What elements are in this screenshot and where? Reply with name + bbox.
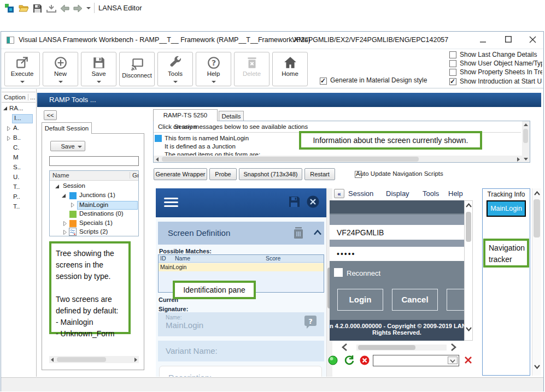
caption-item[interactable]: U. bbox=[13, 174, 20, 180]
tab-default-session[interactable]: Default Session bbox=[42, 122, 92, 134]
terminal-menu-tools[interactable]: Tools bbox=[423, 189, 439, 198]
tab-details[interactable]: Details bbox=[219, 111, 244, 121]
qat-dropdown-caret-icon[interactable] bbox=[86, 7, 91, 9]
caption-item[interactable]: C. bbox=[13, 144, 20, 151]
clear-icon[interactable] bbox=[464, 356, 472, 364]
junctions-expander-icon[interactable] bbox=[62, 194, 66, 198]
nav-right-icon[interactable] bbox=[450, 343, 457, 351]
message-line[interactable]: It is defined as a Junction bbox=[165, 143, 236, 150]
session-save-button[interactable]: Save bbox=[50, 141, 85, 151]
new-button[interactable]: New bbox=[43, 52, 78, 86]
probe-button[interactable]: Probe bbox=[209, 168, 237, 180]
caption-collapse-icon[interactable] bbox=[7, 126, 11, 131]
messages-vscrollbar[interactable] bbox=[522, 121, 530, 163]
tree-item-specials[interactable]: Specials (1) bbox=[79, 219, 113, 226]
match-row[interactable]: MainLogin bbox=[160, 264, 186, 270]
show-last-change-checkbox[interactable] bbox=[449, 51, 456, 58]
definition-trash-icon[interactable] bbox=[294, 227, 303, 239]
caption-item-root[interactable]: RA... bbox=[9, 105, 24, 111]
show-user-object-checkbox[interactable] bbox=[449, 60, 456, 67]
show-introduction-checkbox[interactable] bbox=[449, 78, 456, 85]
partial-button[interactable] bbox=[447, 289, 464, 311]
scripts-collapse-icon[interactable] bbox=[63, 230, 67, 235]
caption-item[interactable]: A. bbox=[13, 124, 19, 131]
tree-column-group[interactable]: Gr bbox=[130, 172, 139, 179]
caption-item[interactable]: T.. bbox=[13, 183, 20, 190]
restart-button[interactable]: Restart bbox=[304, 168, 335, 180]
snapshot-button[interactable]: Snapshot (713x348) bbox=[239, 168, 302, 180]
column-name[interactable]: Name bbox=[175, 255, 190, 262]
specials-collapse-icon[interactable] bbox=[63, 221, 67, 226]
session-hscrollbar[interactable] bbox=[49, 356, 139, 363]
execute-button[interactable]: Execute bbox=[4, 52, 40, 86]
tab-ramp-ts-session[interactable]: RAMP-TS 5250 Session bbox=[153, 109, 218, 121]
login-button[interactable]: Login bbox=[337, 289, 383, 311]
cancel-button[interactable]: Cancel bbox=[392, 289, 438, 311]
save-button[interactable]: Save bbox=[81, 52, 116, 86]
main-vscrollbar[interactable] bbox=[532, 188, 541, 376]
import-icon[interactable] bbox=[46, 5, 56, 13]
home-button[interactable]: Home bbox=[272, 52, 308, 86]
material-design-checkbox[interactable] bbox=[320, 78, 327, 85]
terminal-menu-help[interactable]: Help bbox=[448, 189, 463, 198]
terminal-menu-session[interactable]: Session bbox=[348, 189, 373, 198]
column-id[interactable]: ID bbox=[160, 255, 166, 262]
tools-button[interactable]: Tools bbox=[157, 52, 193, 86]
caption-collapse-icon[interactable] bbox=[7, 136, 11, 141]
messages-hscrollbar[interactable] bbox=[154, 156, 522, 163]
caption-item[interactable]: S.. bbox=[13, 164, 21, 170]
terminal-collapse-button[interactable]: « bbox=[334, 189, 344, 198]
terminal-password-field[interactable]: ••••• bbox=[330, 247, 464, 261]
mainlogin-collapse-icon[interactable] bbox=[71, 203, 75, 207]
menu-icon[interactable] bbox=[164, 198, 178, 207]
caption-item[interactable]: P.. bbox=[13, 193, 20, 200]
caption-item[interactable]: M bbox=[13, 154, 19, 161]
tracking-item-mainlogin[interactable]: MainLogin bbox=[487, 200, 526, 217]
back-arrow-icon[interactable] bbox=[60, 4, 69, 13]
terminal-bar bbox=[330, 200, 464, 213]
open-folder-icon[interactable] bbox=[19, 4, 29, 13]
definition-close-icon[interactable] bbox=[307, 195, 319, 208]
tree-item-mainlogin[interactable]: MainLogin bbox=[79, 201, 108, 208]
terminal-user-field[interactable]: VF24PGMLIB bbox=[330, 225, 464, 240]
session-filter-input[interactable] bbox=[49, 156, 139, 166]
tree-column-name[interactable]: Name bbox=[52, 172, 69, 179]
caption-item[interactable]: T.. bbox=[13, 203, 20, 210]
definition-save-icon[interactable] bbox=[289, 196, 300, 207]
reconnect-checkbox[interactable] bbox=[334, 268, 343, 277]
nav-left-icon[interactable] bbox=[341, 343, 348, 351]
help-button[interactable]: ? Help bbox=[196, 52, 231, 86]
definition-collapse-icon[interactable] bbox=[314, 230, 321, 235]
minimize-button[interactable] bbox=[474, 33, 492, 46]
terminal-hscrollbar[interactable] bbox=[356, 345, 447, 351]
caption-root-expander-icon[interactable] bbox=[3, 106, 7, 110]
combobox-dropdown-icon[interactable] bbox=[448, 357, 458, 364]
navigation-combobox[interactable] bbox=[373, 355, 459, 366]
forward-arrow-icon[interactable] bbox=[73, 4, 83, 13]
caption-item-selected[interactable]: I... bbox=[14, 115, 21, 121]
show-property-sheets-checkbox[interactable] bbox=[449, 69, 456, 76]
tree-item-destinations[interactable]: Destinations (0) bbox=[79, 210, 124, 217]
close-button[interactable] bbox=[524, 33, 541, 46]
maximize-button[interactable] bbox=[500, 33, 517, 46]
session-collapse-button[interactable]: << bbox=[44, 110, 57, 120]
column-score[interactable]: Score bbox=[266, 255, 280, 262]
tree-item-junctions[interactable]: Junctions (1) bbox=[79, 192, 115, 198]
disconnect-button[interactable]: Disconnect bbox=[119, 52, 155, 86]
tree-item-session[interactable]: Session bbox=[63, 182, 85, 189]
session-expander-icon[interactable] bbox=[55, 185, 59, 188]
name-help-icon[interactable]: ? bbox=[304, 316, 318, 329]
stop-icon[interactable] bbox=[360, 355, 370, 365]
variant-field[interactable]: Variant Name: bbox=[158, 341, 324, 361]
terminal-menu-display[interactable]: Display bbox=[386, 189, 409, 198]
save-icon[interactable] bbox=[33, 4, 42, 13]
tree-item-scripts[interactable]: Scripts (2) bbox=[79, 228, 108, 235]
name-field[interactable]: Name: MainLogin ? bbox=[158, 312, 324, 336]
caption-more-column[interactable]: ... bbox=[28, 94, 36, 100]
terminal-vscrollbar[interactable] bbox=[464, 200, 473, 341]
refresh-icon[interactable] bbox=[344, 355, 355, 366]
generate-wrapper-button[interactable]: Generate Wrapper bbox=[154, 168, 207, 180]
description-field[interactable]: Description: bbox=[159, 366, 322, 377]
caption-item[interactable]: B.. bbox=[13, 134, 21, 141]
message-line[interactable]: This form is named MainLogin bbox=[165, 135, 249, 141]
